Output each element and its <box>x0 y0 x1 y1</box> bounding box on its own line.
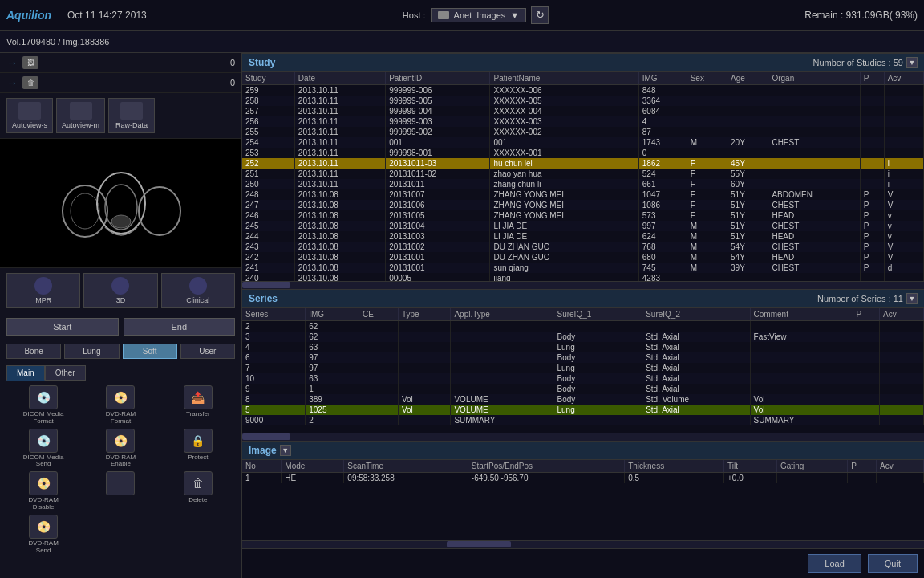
dvd-ram-enable-item[interactable]: 📀 DVD-RAMEnable <box>83 429 157 469</box>
series-count: Number of Series : 11 <box>817 294 903 303</box>
study-row[interactable]: 2432013.10.0820131002DU ZHAN GUO768M54YC… <box>242 242 924 252</box>
load-button[interactable]: Load <box>808 554 861 573</box>
host-dropdown[interactable]: Anet Images ▼ <box>431 8 527 22</box>
series-hscroll[interactable] <box>242 433 924 441</box>
clinical-button[interactable]: Clinical <box>161 273 235 308</box>
protect-item[interactable]: 🔒 Protect <box>161 429 235 469</box>
series-section-header: Series Number of Series : 11 ▼ <box>242 289 924 308</box>
study-row[interactable]: 2522013.10.1120131011-03hu chun lei1862F… <box>242 158 924 169</box>
th-sex: Sex <box>687 72 727 85</box>
clinical-label: Clinical <box>186 296 209 304</box>
th-date: Date <box>294 72 385 85</box>
series-row[interactable]: 1063BodyStd. Axial <box>242 373 924 384</box>
series-hscroll-thumb[interactable] <box>242 434 290 440</box>
autoview-m-label: Autoview-m <box>62 121 99 129</box>
study-row[interactable]: 2552013.10.11999999-002XXXXXX-00287 <box>242 127 924 137</box>
study-tbody: 2592013.10.11999999-006XXXXXX-0068482582… <box>242 85 924 282</box>
vol-text: Vol.1709480 / Img.188386 <box>6 37 109 47</box>
image-hscroll-thumb[interactable] <box>447 541 511 547</box>
series-row[interactable]: 8389VolVOLUMEBodyStd. VolumeVol <box>242 394 924 405</box>
study-hscroll-thumb[interactable] <box>242 282 290 288</box>
study-expand-button[interactable]: ▼ <box>906 57 918 68</box>
th-series-img: IMG <box>306 308 359 321</box>
series-row[interactable]: 463LungStd. Axial <box>242 342 924 352</box>
image-expand-button[interactable]: ▼ <box>280 445 291 456</box>
counter-value-1: 0 <box>211 58 235 67</box>
mpr-button[interactable]: MPR <box>6 273 80 308</box>
series-row[interactable]: 262 <box>242 321 924 332</box>
counter-icon-1: 🖼 <box>22 56 38 69</box>
autoview-m-button[interactable]: Autoview-m <box>56 98 105 133</box>
autoview-s-button[interactable]: Autoview-s <box>6 98 53 133</box>
right-panel: Study Number of Studies : 59 ▼ Study Dat… <box>242 53 924 578</box>
study-row[interactable]: 2532013.10.11999998-001XXXXXX-0010 <box>242 148 924 158</box>
th-series-p: P <box>853 308 879 321</box>
study-row[interactable]: 2452013.10.0820131004LI JIA DE997M51YCHE… <box>242 221 924 231</box>
dicom-media-format-item[interactable]: 💿 DICOM MediaFormat <box>6 385 80 425</box>
other-tab[interactable]: Other <box>45 365 86 381</box>
series-expand-button[interactable]: ▼ <box>906 293 918 304</box>
delete-item[interactable]: 🗑 Delete <box>161 471 235 511</box>
host-sub: Images <box>476 10 505 20</box>
study-row[interactable]: 2462013.10.0820131005ZHANG YONG MEI573F5… <box>242 210 924 221</box>
3d-label: 3D <box>116 296 126 304</box>
study-row[interactable]: 2582013.10.11999999-005XXXXXX-0053364 <box>242 96 924 106</box>
study-row[interactable]: 2442013.10.0820131003LI JIA DE624M51YHEA… <box>242 231 924 242</box>
main-tab[interactable]: Main <box>6 365 45 381</box>
study-row[interactable]: 2402013.10.0800005jiang4283 <box>242 273 924 281</box>
series-row[interactable]: 91BodyStd. Axial <box>242 384 924 394</box>
dvd-ram-send-item[interactable]: 📀 DVD-RAMSend <box>6 515 80 555</box>
th-pid: PatientID <box>386 72 490 85</box>
th-series: Series <box>242 308 306 321</box>
study-row[interactable]: 2562013.10.11999999-003XXXXXX-0034 <box>242 116 924 127</box>
dvd-ram-format-item[interactable]: 📀 DVD-RAMFormat <box>83 385 157 425</box>
dicom-media-send-label: DICOM MediaSend <box>23 454 64 469</box>
study-row[interactable]: 2502013.10.1120131011zhang chun li661F60… <box>242 179 924 189</box>
study-row[interactable]: 2422013.10.0820131001DU ZHAN GUO680M54YH… <box>242 252 924 263</box>
study-row[interactable]: 2542013.10.110010011743M20YCHEST <box>242 137 924 148</box>
end-button[interactable]: End <box>124 318 236 336</box>
3d-button[interactable]: 3D <box>83 273 157 308</box>
image-hscroll[interactable] <box>242 540 924 548</box>
th-ce: CE <box>359 308 398 321</box>
preview-image <box>57 151 185 255</box>
soft-filter-button[interactable]: Soft <box>123 344 177 359</box>
disk-icon <box>438 11 449 19</box>
study-row[interactable]: 2592013.10.11999999-006XXXXXX-006848 <box>242 85 924 96</box>
image-row[interactable]: 1HE09:58:33.258-649.50 -956.700.5+0.0 <box>242 473 924 484</box>
series-header-row: Series IMG CE Type Appl.Type SureIQ_1 Su… <box>242 308 924 321</box>
th-siq1: SureIQ_1 <box>553 308 642 321</box>
study-row[interactable]: 2472013.10.0820131006ZHANG YONG MEI1086F… <box>242 200 924 210</box>
series-row[interactable]: 797LungStd. Axial <box>242 363 924 373</box>
th-age: Age <box>727 72 768 85</box>
bone-filter-button[interactable]: Bone <box>6 344 61 359</box>
study-row[interactable]: 2412013.10.0820131001sun qiang745M39YCHE… <box>242 263 924 273</box>
th-no: No <box>242 460 282 473</box>
mpr-icon <box>34 277 52 295</box>
series-row[interactable]: 90002SUMMARYSUMMARY <box>242 415 924 425</box>
image-tbody: 1HE09:58:33.258-649.50 -956.700.5+0.0 <box>242 473 924 484</box>
series-table-container[interactable]: Series IMG CE Type Appl.Type SureIQ_1 Su… <box>242 308 924 433</box>
study-table-container[interactable]: Study Date PatientID PatientName IMG Sex… <box>242 72 924 281</box>
quit-button[interactable]: Quit <box>868 554 918 573</box>
study-row[interactable]: 2572013.10.11999999-004XXXXXX-0046084 <box>242 106 924 116</box>
user-filter-button[interactable]: User <box>180 344 235 359</box>
study-row[interactable]: 2482013.10.0820131007ZHANG YONG MEI1047F… <box>242 189 924 200</box>
start-button[interactable]: Start <box>6 318 119 336</box>
series-row[interactable]: 362BodyStd. AxialFastView <box>242 332 924 342</box>
counter-row-2: → 🗑 0 <box>0 73 241 93</box>
refresh-button[interactable]: ↻ <box>531 6 549 24</box>
dicom-media-send-icon: 💿 <box>29 429 58 453</box>
delete-icon: 🗑 <box>184 471 213 495</box>
dicom-media-send-item[interactable]: 💿 DICOM MediaSend <box>6 429 80 469</box>
raw-data-button[interactable]: Raw-Data <box>108 98 155 133</box>
th-img: IMG <box>638 72 687 85</box>
image-table-container[interactable]: No Mode ScanTime StartPos/EndPos Thickne… <box>242 460 924 540</box>
series-row[interactable]: 51025VolVOLUMELungStd. AxialVol <box>242 405 924 415</box>
series-row[interactable]: 697BodyStd. Axial <box>242 352 924 363</box>
study-hscroll[interactable] <box>242 281 924 289</box>
study-row[interactable]: 2512013.10.1120131011-02zhao yan hua524F… <box>242 169 924 179</box>
transfer-item[interactable]: 📤 Transfer <box>161 385 235 425</box>
dvd-ram-disable-item[interactable]: 📀 DVD-RAMDisable <box>6 471 80 511</box>
lung-filter-button[interactable]: Lung <box>64 344 119 359</box>
